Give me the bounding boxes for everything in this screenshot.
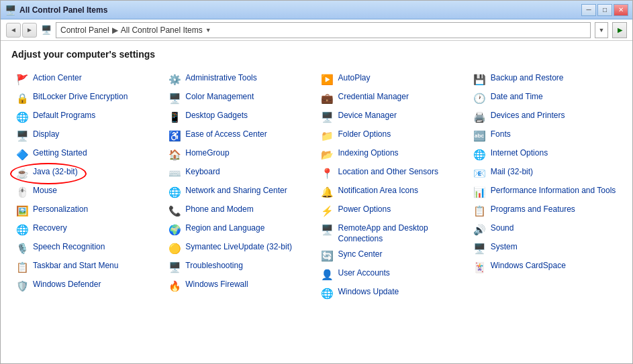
list-item[interactable]: 📧 Mail (32-bit) — [469, 164, 622, 183]
performance-icon: 📊 — [473, 186, 487, 199]
list-item[interactable]: 🔒 BitLocker Drive Encryption — [11, 89, 164, 108]
main-content: Adjust your computer's settings 🚩 Action… — [1, 41, 632, 363]
windows-defender-label: Windows Defender — [33, 280, 101, 290]
list-item[interactable]: 📱 Desktop Gadgets — [164, 108, 316, 127]
list-item[interactable]: 💼 Credential Manager — [317, 89, 469, 108]
homegroup-icon: 🏠 — [168, 148, 181, 162]
breadcrumb-all-items[interactable]: All Control Panel Items — [121, 25, 203, 35]
address-path[interactable]: Control Panel ▶ All Control Panel Items … — [56, 22, 591, 38]
list-item[interactable]: 📋 Programs and Features — [469, 202, 622, 221]
bitlocker-icon: 🔒 — [15, 92, 29, 105]
folder-options-icon: 📁 — [321, 129, 334, 143]
list-item[interactable]: 🖱️ Mouse — [11, 183, 164, 202]
display-icon: 🖥️ — [15, 129, 29, 143]
power-options-icon: ⚡ — [321, 204, 334, 218]
taskbar-icon: 📋 — [15, 261, 29, 274]
breadcrumb-dropdown[interactable]: ▼ — [205, 27, 211, 34]
programs-features-icon: 📋 — [473, 204, 487, 218]
column-1: 🚩 Action Center 🔒 BitLocker Drive Encryp… — [11, 70, 164, 303]
credential-mgr-icon: 💼 — [321, 92, 334, 105]
list-item[interactable]: 📁 Folder Options — [317, 127, 469, 145]
ease-access-icon: ♿ — [168, 129, 181, 143]
list-item[interactable]: ☕ Java (32-bit) — [11, 164, 164, 183]
list-item[interactable]: 📞 Phone and Modem — [164, 202, 316, 221]
list-item[interactable]: 🖥️ Troubleshooting — [164, 258, 316, 277]
back-button[interactable]: ◄ — [6, 23, 21, 38]
list-item[interactable]: 🔷 Getting Started — [11, 145, 164, 164]
default-programs-icon: 🌐 — [15, 111, 29, 124]
admin-tools-label: Administrative Tools — [185, 73, 257, 84]
list-item[interactable]: 📍 Location and Other Sensors — [317, 164, 469, 183]
list-item[interactable]: 🚩 Action Center — [11, 70, 164, 89]
location-sensors-icon: 📍 — [321, 167, 334, 180]
device-mgr-label: Device Manager — [338, 111, 397, 121]
breadcrumb-control-panel[interactable]: Control Panel — [60, 25, 109, 35]
list-item[interactable]: 🟡 Symantec LiveUpdate (32-bit) — [164, 239, 316, 258]
list-item[interactable]: 🃏 Windows CardSpace — [469, 258, 622, 277]
list-item[interactable]: 🖼️ Personalization — [11, 202, 164, 221]
go-button[interactable]: ▶ — [612, 22, 627, 38]
list-item[interactable]: 🌍 Region and Language — [164, 221, 316, 239]
programs-features-label: Programs and Features — [491, 204, 575, 215]
forward-button[interactable]: ► — [22, 23, 37, 38]
homegroup-label: HomeGroup — [185, 148, 229, 159]
keyboard-label: Keyboard — [185, 167, 220, 178]
address-dropdown-button[interactable]: ▼ — [595, 22, 608, 38]
list-item[interactable]: ⚙️ Administrative Tools — [164, 70, 316, 89]
mouse-label: Mouse — [33, 186, 57, 196]
list-item[interactable]: 🔤 Fonts — [469, 127, 622, 145]
list-item[interactable]: 🖥️ Display — [11, 127, 164, 145]
minimize-button[interactable]: ─ — [581, 4, 596, 16]
ease-access-label: Ease of Access Center — [185, 129, 266, 140]
list-item[interactable]: 🖥️ RemoteApp and Desktop Connections — [317, 221, 469, 247]
list-item[interactable]: ▶️ AutoPlay — [317, 70, 469, 89]
list-item[interactable]: 🔔 Notification Area Icons — [317, 183, 469, 202]
list-item[interactable]: 🌐 Internet Options — [469, 145, 622, 164]
windows-update-icon: 🌐 — [321, 287, 334, 300]
device-mgr-icon: 🖥️ — [321, 111, 334, 124]
list-item[interactable]: 💾 Backup and Restore — [469, 70, 622, 89]
list-item[interactable]: 📋 Taskbar and Start Menu — [11, 258, 164, 277]
list-item[interactable]: 🖨️ Devices and Printers — [469, 108, 622, 127]
remoteapp-icon: 🖥️ — [321, 223, 334, 237]
list-item[interactable]: 🖥️ Device Manager — [317, 108, 469, 127]
column-3: ▶️ AutoPlay 💼 Credential Manager 🖥️ Devi… — [317, 70, 469, 303]
power-options-label: Power Options — [338, 204, 391, 215]
maximize-button[interactable]: □ — [597, 4, 612, 16]
list-item[interactable]: 🔊 Sound — [469, 221, 622, 239]
list-item[interactable]: 👤 User Accounts — [317, 265, 469, 284]
windows-defender-icon: 🛡️ — [15, 280, 29, 293]
column-2: ⚙️ Administrative Tools 🖥️ Color Managem… — [164, 70, 316, 303]
list-item[interactable]: 🕐 Date and Time — [469, 89, 622, 108]
system-label: System — [491, 242, 518, 253]
list-item[interactable]: 🌐 Recovery — [11, 221, 164, 239]
sync-center-label: Sync Center — [338, 249, 383, 260]
list-item[interactable]: 🎙️ Speech Recognition — [11, 239, 164, 258]
list-item[interactable]: 🌐 Windows Update — [317, 284, 469, 303]
list-item[interactable]: 🖥️ Color Management — [164, 89, 316, 108]
list-item[interactable]: 🏠 HomeGroup — [164, 145, 316, 164]
list-item[interactable]: 🌐 Network and Sharing Center — [164, 183, 316, 202]
action-center-label: Action Center — [33, 73, 82, 84]
list-item[interactable]: 🌐 Default Programs — [11, 108, 164, 127]
backup-restore-icon: 💾 — [473, 73, 487, 86]
phone-modem-label: Phone and Modem — [185, 204, 253, 215]
close-button[interactable]: ✕ — [614, 4, 628, 16]
list-item[interactable]: 📂 Indexing Options — [317, 145, 469, 164]
list-item[interactable]: 🖥️ System — [469, 239, 622, 258]
list-item[interactable]: 🔄 Sync Center — [317, 247, 469, 265]
personalization-icon: 🖼️ — [15, 204, 29, 218]
admin-tools-icon: ⚙️ — [168, 73, 181, 86]
getting-started-icon: 🔷 — [15, 148, 29, 162]
list-item[interactable]: 🛡️ Windows Defender — [11, 277, 164, 296]
java-label: Java (32-bit) — [33, 167, 78, 178]
title-bar: 🖥️ All Control Panel Items ─ □ ✕ — [1, 1, 632, 19]
list-item[interactable]: 🔥 Windows Firewall — [164, 277, 316, 296]
list-item[interactable]: ⌨️ Keyboard — [164, 164, 316, 183]
list-item[interactable]: ⚡ Power Options — [317, 202, 469, 221]
windows-cardspace-icon: 🃏 — [473, 261, 487, 274]
list-item[interactable]: 📊 Performance Information and Tools — [469, 183, 622, 202]
date-time-icon: 🕐 — [473, 92, 487, 105]
page-title: Adjust your computer's settings — [11, 49, 622, 60]
list-item[interactable]: ♿ Ease of Access Center — [164, 127, 316, 145]
